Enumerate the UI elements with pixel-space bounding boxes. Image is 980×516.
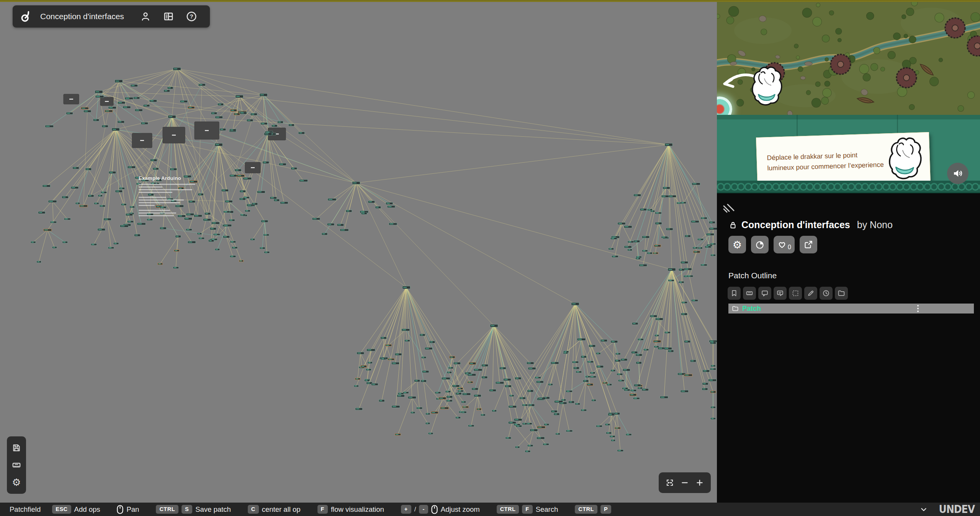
comment-text-line: [139, 186, 162, 188]
op-chip-icon: [745, 289, 754, 297]
layout-icon[interactable]: [163, 11, 174, 22]
main-toolbar: Conception d'interfaces ?: [13, 5, 210, 28]
keycap-ctrl: CTRL: [497, 505, 519, 513]
undev-logo: UNDEV: [939, 503, 975, 516]
shortcut-label: Search: [536, 505, 558, 514]
instruction-text: Déplace le drakkar sur le point lumineux…: [767, 149, 886, 173]
keycap-f: F: [522, 505, 532, 513]
preview-map: [717, 0, 980, 115]
shortcut-item: Pan: [117, 505, 139, 514]
zoom-controls: [659, 472, 711, 493]
open-external-button[interactable]: [800, 236, 817, 253]
shortcut-item: Ccenter all op: [248, 505, 301, 513]
pie-icon: [755, 240, 765, 250]
cables-logo: [20, 10, 33, 23]
keycap-f: F: [317, 505, 328, 513]
band-edge: [717, 193, 980, 193]
outline-patch-row[interactable]: Patch: [728, 304, 974, 314]
keycap-p: P: [600, 505, 611, 513]
shortcut-item: Fflow visualization: [317, 505, 384, 513]
ops-filter-button[interactable]: [743, 287, 756, 300]
shortcut-label: Save patch: [195, 505, 231, 514]
zoom-out-icon[interactable]: [680, 478, 689, 487]
shortcut-item: +/-Adjust zoom: [401, 505, 480, 514]
canvas-comment-title: Example Arduino: [139, 175, 227, 181]
canvas-comment[interactable]: Example Arduino: [139, 175, 227, 218]
keycap-ctrl: CTRL: [575, 505, 597, 513]
comment-text-line: [139, 184, 195, 185]
timed-filter-button[interactable]: [820, 287, 833, 300]
comment-text-line: [139, 212, 176, 214]
folder-icon: [837, 289, 846, 297]
keycap-+: +: [401, 505, 411, 513]
patch-title: Conception d'interfaces: [40, 12, 124, 21]
project-byline: by Nono: [857, 219, 893, 230]
shortcut-label: Add ops: [74, 505, 100, 514]
like-button[interactable]: 0: [774, 236, 795, 253]
drakkar-piece[interactable]: [750, 64, 783, 109]
patch-row-label: Patch: [742, 305, 761, 313]
project-header: Conception d'interfaces by Nono: [728, 219, 893, 230]
comment-text-line: [139, 215, 174, 216]
comment-text-line: [139, 205, 155, 206]
canvas-comment-body: [139, 184, 227, 216]
project-actions: ⚙ 0: [728, 236, 817, 253]
areas-filter-button[interactable]: [789, 287, 802, 300]
comments-filter-button[interactable]: [758, 287, 771, 300]
pen-icon: [807, 289, 815, 297]
outline-filter-toolbar: [728, 287, 848, 300]
folders-filter-button[interactable]: [835, 287, 848, 300]
patch-canvas[interactable]: Example Arduino: [0, 0, 720, 503]
patch-row-menu[interactable]: [913, 304, 920, 313]
help-icon[interactable]: ?: [186, 11, 197, 22]
pen-filter-button[interactable]: [804, 287, 817, 300]
shortcut-label: flow visualization: [331, 505, 384, 514]
comment-text-line: [139, 202, 180, 203]
fit-view-icon[interactable]: [665, 478, 674, 487]
chevron-down-icon[interactable]: [919, 505, 928, 514]
patch-outline-title: Patch Outline: [728, 271, 777, 280]
shortcut-item: CTRLSSave patch: [156, 505, 231, 513]
zoom-in-icon[interactable]: [695, 478, 704, 487]
mouse-icon: [117, 505, 123, 514]
save-icon[interactable]: [11, 443, 21, 453]
notes-filter-button[interactable]: [774, 287, 787, 300]
comment-text-line: [139, 197, 166, 198]
like-count: 0: [788, 244, 791, 251]
drakkar-illustration: [885, 136, 924, 183]
knot-pattern-band: [717, 181, 980, 193]
clock-icon: [822, 289, 830, 297]
patch-preview[interactable]: Déplace le drakkar sur le point lumineux…: [717, 0, 980, 193]
settings-button[interactable]: ⚙: [728, 236, 746, 253]
app-name: Patchfield: [10, 505, 41, 514]
lock-icon: [728, 220, 738, 230]
comment-icon: [761, 289, 769, 297]
node-graph[interactable]: [0, 0, 720, 503]
shortcut-hints: ESCAdd opsPanCTRLSSave patchCcenter all …: [52, 505, 628, 514]
comment-text-line: [139, 192, 172, 193]
project-title: Conception d'interfaces: [741, 219, 850, 230]
comment-text-line: [139, 189, 192, 190]
user-icon[interactable]: [140, 11, 151, 22]
panel-resize-grip[interactable]: [722, 202, 735, 214]
keycap-c: C: [248, 505, 259, 513]
mute-button[interactable]: [947, 163, 969, 184]
comment-text-line: [139, 210, 170, 211]
keycap--: -: [419, 505, 428, 513]
shortcut-item: CTRLFSearch: [497, 505, 558, 513]
gear-icon[interactable]: ⚙: [12, 477, 21, 487]
kebab-menu-icon: [916, 305, 920, 312]
stats-button[interactable]: [751, 236, 769, 253]
heart-icon: [777, 240, 787, 250]
bookmark-filter-button[interactable]: [728, 287, 741, 300]
selection-area-icon: [791, 289, 800, 297]
shortcut-label: Adjust zoom: [441, 505, 480, 514]
shortcut-item: ESCAdd ops: [52, 505, 100, 513]
note-icon: [776, 289, 784, 297]
timeline-icon[interactable]: [11, 460, 21, 470]
status-bar: Patchfield ESCAdd opsPanCTRLSSave patchC…: [0, 503, 980, 516]
gear-icon: ⚙: [733, 239, 742, 251]
keycap-s: S: [182, 505, 192, 513]
shortcut-label: Pan: [126, 505, 139, 514]
comment-text-line: [139, 199, 184, 201]
